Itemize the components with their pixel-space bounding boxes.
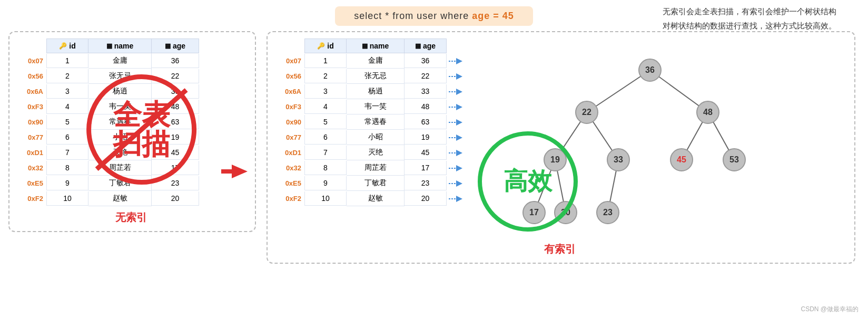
- left-table-row: 0xE5 9 丁敏君 23: [16, 176, 246, 191]
- row-arrow: [447, 73, 465, 80]
- no-index-label: 无索引: [16, 210, 246, 225]
- row-age: 17: [405, 161, 447, 175]
- no-index-panel: 🔑 id ▦ name ▦ age 0x07 1 金庸 36 0: [8, 31, 256, 232]
- row-name: 杨逍: [347, 84, 405, 99]
- row-addr: 0x90: [274, 118, 304, 126]
- tree-node-33: 33: [607, 148, 630, 171]
- svg-rect-3: [221, 169, 233, 174]
- col-id-header: 🔑 id: [46, 39, 88, 53]
- row-age: 19: [152, 130, 199, 145]
- right-table-row: 0xD1 7 灭绝 45: [274, 145, 465, 160]
- has-index-label: 有索引: [274, 242, 846, 256]
- query-prefix: select * from user where: [354, 11, 472, 21]
- row-arrow: [447, 88, 465, 95]
- row-addr: 0xD1: [274, 149, 304, 157]
- has-index-table: 🔑 id ▦ name ▦ age 0x07 1 金庸 36: [274, 39, 465, 206]
- row-id: 10: [46, 191, 88, 206]
- right-col-age-header: ▦ age: [405, 39, 447, 53]
- row-name: 灭绝: [347, 145, 405, 160]
- row-addr: 0x90: [16, 118, 46, 126]
- row-id: 2: [46, 69, 88, 83]
- has-index-rows: 0x07 1 金庸 36 0x56 2 张无忌 22 0x6A: [274, 53, 465, 206]
- row-age: 36: [152, 54, 199, 68]
- row-age: 45: [152, 146, 199, 160]
- row-id: 1: [46, 54, 88, 68]
- left-table-row: 0x90 5 常遇春 63: [16, 114, 246, 130]
- row-name: 张无忌: [88, 69, 152, 84]
- row-id: 8: [46, 161, 88, 175]
- row-name: 周芷若: [347, 160, 405, 176]
- row-name: 丁敏君: [347, 176, 405, 191]
- row-name: 小昭: [347, 130, 405, 145]
- watermark: CSDN @做最幸福的: [801, 305, 859, 314]
- row-arrow: [447, 57, 465, 65]
- row-addr: 0x56: [274, 72, 304, 80]
- row-name: 常遇春: [88, 114, 152, 130]
- query-box: select * from user where age = 45: [335, 6, 533, 26]
- row-age: 20: [152, 191, 199, 206]
- row-addr: 0xE5: [274, 179, 304, 187]
- right-table-row: 0x77 6 小昭 19: [274, 130, 465, 145]
- row-name: 灭绝: [88, 145, 152, 160]
- row-arrow: [447, 165, 465, 172]
- row-addr: 0xE5: [16, 179, 46, 187]
- row-name: 丁敏君: [88, 176, 152, 191]
- right-table-row: 0x07 1 金庸 36: [274, 53, 465, 69]
- row-age: 22: [405, 69, 447, 83]
- tree-node-22: 22: [575, 101, 598, 124]
- row-id: 10: [304, 191, 347, 206]
- tree-node-45: 45: [670, 148, 693, 171]
- row-id: 2: [304, 69, 347, 83]
- row-name: 赵敏: [347, 191, 405, 206]
- no-index-rows: 0x07 1 金庸 36 0x56 2 张无忌 22 0x6A 3 杨逍 33 …: [16, 53, 246, 206]
- row-age: 23: [405, 176, 447, 190]
- row-addr: 0x6A: [16, 88, 46, 95]
- tree-node-23: 23: [596, 201, 619, 224]
- row-addr: 0xF3: [16, 103, 46, 111]
- svg-marker-2: [232, 165, 248, 178]
- row-age: 17: [152, 161, 199, 175]
- has-index-panel: 🔑 id ▦ name ▦ age 0x07 1 金庸 36: [267, 31, 855, 264]
- row-arrow: [447, 103, 465, 111]
- row-name: 韦一笑: [347, 99, 405, 114]
- row-arrow: [447, 119, 465, 126]
- row-id: 7: [46, 146, 88, 160]
- row-age: 45: [405, 146, 447, 160]
- right-table-row: 0x6A 3 杨逍 33: [274, 84, 465, 99]
- row-name: 周芷若: [88, 160, 152, 176]
- tree-node-53: 53: [723, 148, 746, 171]
- row-id: 9: [304, 176, 347, 190]
- left-table-row: 0x77 6 小昭 19: [16, 130, 246, 145]
- row-addr: 0x6A: [274, 88, 304, 95]
- right-table-row: 0xF3 4 韦一笑 48: [274, 99, 465, 114]
- row-addr: 0x56: [16, 72, 46, 80]
- right-table-row: 0x56 2 张无忌 22: [274, 69, 465, 84]
- right-table-row: 0xE5 9 丁敏君 23: [274, 176, 465, 191]
- row-id: 5: [304, 115, 347, 129]
- row-addr: 0x77: [274, 133, 304, 141]
- row-age: 33: [152, 84, 199, 99]
- row-addr: 0xF3: [274, 103, 304, 111]
- row-age: 48: [405, 100, 447, 114]
- row-age: 20: [405, 191, 447, 206]
- row-age: 63: [152, 115, 199, 129]
- top-note: 无索引会走全表扫描，有索引会维护一个树状结构对树状结构的数据进行查找，这种方式比…: [663, 4, 842, 33]
- row-id: 3: [304, 84, 347, 99]
- left-table-row: 0x56 2 张无忌 22: [16, 69, 246, 84]
- row-name: 常遇春: [347, 114, 405, 130]
- scan-arrow: [221, 164, 248, 181]
- right-table-row: 0x32 8 周芷若 17: [274, 160, 465, 176]
- row-id: 3: [46, 84, 88, 99]
- row-age: 63: [405, 115, 447, 129]
- row-id: 6: [46, 130, 88, 145]
- row-age: 22: [152, 69, 199, 83]
- row-addr: 0x77: [16, 133, 46, 141]
- row-arrow: [447, 195, 465, 203]
- row-addr: 0xD1: [16, 149, 46, 157]
- row-addr: 0xF2: [274, 195, 304, 203]
- left-table-row: 0x32 8 周芷若 17: [16, 160, 246, 176]
- row-name: 金庸: [88, 53, 152, 69]
- left-table-row: 0x6A 3 杨逍 33: [16, 84, 246, 99]
- efficient-text: 高效: [504, 165, 552, 198]
- row-id: 4: [46, 100, 88, 114]
